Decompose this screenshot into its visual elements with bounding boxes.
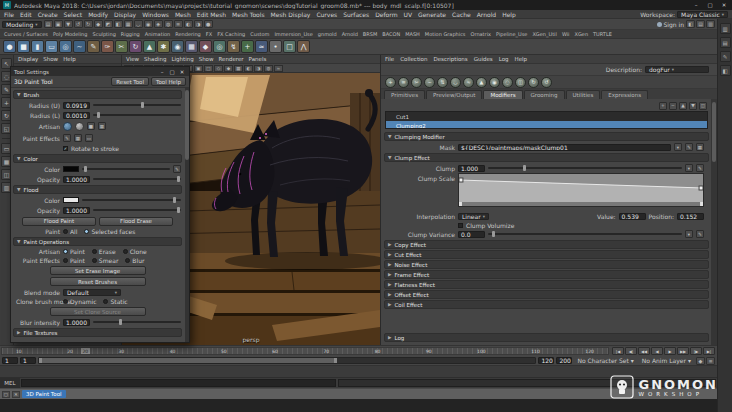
ipr-render-icon[interactable]: ◑ (194, 20, 203, 28)
menu-item[interactable]: File (4, 11, 14, 18)
radius-u-slider[interactable] (93, 104, 181, 106)
remove-modifier-icon[interactable]: − (669, 102, 677, 110)
viewport-menu-item[interactable]: View (126, 56, 139, 62)
select-component-icon[interactable]: ◧ (114, 20, 123, 28)
shelf-rotate-icon[interactable]: ↻ (129, 40, 142, 53)
outliner-menu-item[interactable]: Help (63, 56, 76, 62)
menu-item[interactable]: Select (64, 11, 83, 18)
shelf-sphere-icon[interactable]: ● (3, 40, 16, 53)
shelf-cylinder-icon[interactable]: ▮ (31, 40, 44, 53)
wireframe-icon[interactable]: ◇ (214, 65, 223, 72)
collapsed-effect-section[interactable]: ▶ Copy Effect (384, 240, 709, 249)
modifier-clumping2[interactable]: Clumping2 (386, 121, 707, 129)
menu-item[interactable]: Display (114, 11, 136, 18)
shelf-tab[interactable]: FX (206, 31, 212, 37)
playback-start-field[interactable]: 1 (20, 357, 36, 364)
redo-icon[interactable]: ↻ (84, 20, 93, 28)
shelf-tab[interactable]: gnmold (318, 31, 337, 37)
menu-item[interactable]: Create (38, 11, 58, 18)
xgen-menu-item[interactable]: Descriptions (433, 56, 467, 62)
xgen-menu-item[interactable]: Log (499, 56, 509, 62)
xgen-refresh-icon[interactable]: ↻ (528, 77, 539, 88)
menu-item[interactable]: Modify (88, 11, 108, 18)
menu-item[interactable]: Mesh Tools (232, 11, 264, 18)
shelf-tab[interactable]: BRSM (363, 31, 377, 37)
shelf-bolt-icon[interactable]: ↯ (227, 40, 240, 53)
shelf-tab[interactable]: Custom (250, 31, 269, 37)
select-hierarchy-icon[interactable]: ◆ (94, 20, 103, 28)
shelf-grid-icon[interactable]: ▦ (185, 40, 198, 53)
shelf-tab[interactable]: BACON (382, 31, 400, 37)
artisan-operation-option[interactable]: Paint (63, 248, 85, 255)
xgen-tab[interactable]: Modifiers (483, 90, 522, 99)
mask-paint-icon[interactable]: ✎ (685, 143, 693, 151)
xgen-tab[interactable]: Grooming (524, 90, 565, 99)
animation-end-field[interactable]: 200 (556, 357, 572, 364)
shelf-triangle-icon[interactable]: ▲ (143, 40, 156, 53)
viewport-menu-item[interactable]: Show (199, 56, 214, 62)
color-section[interactable]: ▼ Color (13, 154, 182, 163)
shelf-diamond-icon[interactable]: ◆ (199, 40, 212, 53)
attribute-editor-icon[interactable]: ▤ (696, 20, 705, 28)
variance-menu-icon[interactable]: ▾ (685, 230, 693, 238)
help-close-icon[interactable]: ✕ (12, 391, 20, 398)
playback-range-bar[interactable] (38, 357, 536, 364)
interpolation-select[interactable]: Linear ▾ (458, 213, 489, 220)
move-modifier-down-icon[interactable]: ▼ (689, 102, 697, 110)
blur-intensity-field[interactable]: 1.0000 (63, 319, 90, 326)
outliner-menu-item[interactable]: Show (43, 56, 58, 62)
shelf-box2-icon[interactable]: □ (283, 40, 296, 53)
open-scene-icon[interactable]: ▣ (54, 20, 63, 28)
outliner-menu-item[interactable]: Display (18, 56, 38, 62)
tool-help-button[interactable]: Tool Help (151, 77, 186, 86)
viewport-menu-item[interactable]: Shading (144, 56, 166, 62)
shelf-tab[interactable]: Ornatrix (470, 31, 491, 37)
shelf-wave-icon[interactable]: ≈ (255, 40, 268, 53)
color-swatch[interactable] (63, 166, 79, 172)
menu-item[interactable]: Deform (375, 11, 397, 18)
hard-brush-icon[interactable] (75, 122, 84, 131)
xgen-tab[interactable]: Preview/Output (426, 90, 482, 99)
menu-item[interactable]: Mesh (175, 11, 191, 18)
clone-mode-option[interactable]: Static (103, 298, 127, 305)
shelf-tab[interactable]: Curves / Surfaces (4, 31, 48, 37)
shelf-tab[interactable]: MASH (405, 31, 420, 37)
shelf-tab[interactable]: Wii (562, 31, 570, 37)
motion-blur-icon[interactable]: ≈ (274, 65, 283, 72)
shelf-plus-icon[interactable]: + (241, 40, 254, 53)
snap-grid-icon[interactable]: ▦ (124, 20, 133, 28)
command-input[interactable] (21, 379, 336, 387)
clump-variance-slider[interactable] (488, 233, 682, 235)
snap-plane-icon[interactable]: ◈ (154, 20, 163, 28)
shelf-brush-icon[interactable]: ✑ (101, 40, 114, 53)
color-slider[interactable] (82, 168, 170, 170)
character-set-select[interactable]: No Character Set ▾ (574, 357, 636, 364)
set-clone-source-button[interactable]: Set Clone Source (50, 307, 146, 316)
pfx-brush-icon[interactable]: ✎ (63, 134, 71, 142)
menu-item[interactable]: Cache (452, 11, 471, 18)
color-picker-icon[interactable]: ✎ (173, 165, 181, 173)
xgen-select-icon[interactable]: ◌ (502, 77, 513, 88)
tool-settings-scrollbar[interactable] (185, 88, 189, 342)
shadows-icon[interactable]: ◑ (254, 65, 263, 72)
shelf-dot-icon[interactable]: • (269, 40, 282, 53)
flood-opacity-field[interactable]: 1.0000 (63, 207, 90, 214)
tool-settings-toggle-icon[interactable]: ✎ (720, 51, 731, 62)
clump-menu-icon[interactable]: ▾ (685, 164, 693, 172)
shelf-tab[interactable]: Sculpting (92, 31, 115, 37)
save-scene-icon[interactable]: ▼ (64, 20, 73, 28)
xgen-tab[interactable]: Utilities (566, 90, 601, 99)
artisan-operation-option[interactable]: Clone (123, 248, 147, 255)
go-to-start-button[interactable]: |◀ (612, 347, 624, 355)
step-forward-key-button[interactable]: |▶ (690, 347, 702, 355)
anim-layer-select[interactable]: No Anim Layer ▾ (639, 357, 694, 364)
shelf-tab[interactable]: TURTLE (593, 31, 612, 37)
viewport-menu-item[interactable]: Renderer (218, 56, 243, 62)
radius-l-field[interactable]: 0.0010 (63, 112, 90, 119)
animation-start-field[interactable]: 1 (2, 357, 18, 364)
maximize-button[interactable]: ▢ (705, 2, 715, 8)
flood-opacity-slider[interactable] (93, 209, 181, 211)
shelf-curve-icon[interactable]: ~ (73, 40, 86, 53)
shelf-tab[interactable]: Pipeline_Use (496, 31, 527, 37)
menu-item[interactable]: Generate (418, 11, 446, 18)
